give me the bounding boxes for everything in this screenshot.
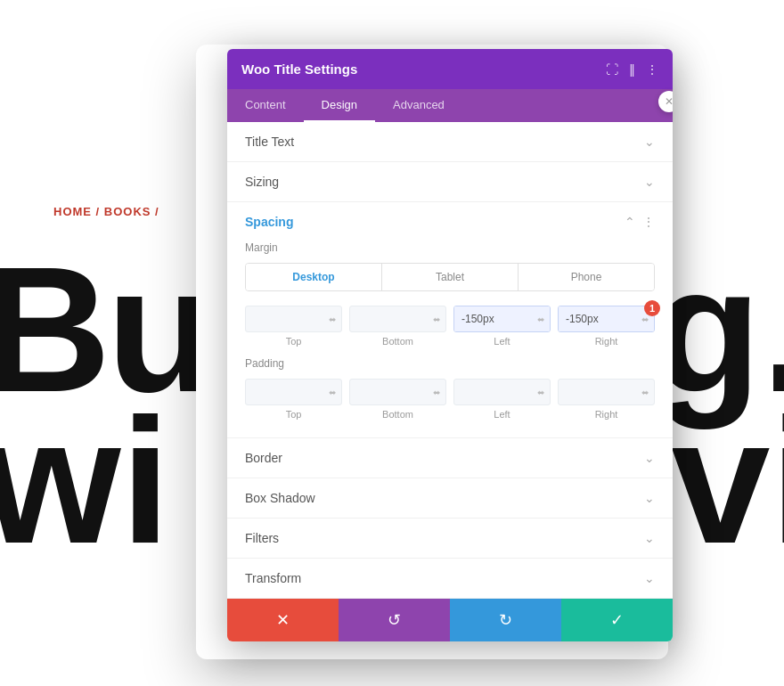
more-icon[interactable]: ⋮ [646, 62, 658, 77]
margin-right-label: Right [595, 336, 618, 347]
margin-label: Margin [245, 241, 655, 254]
spacing-header[interactable]: Spacing ⌃ ⋮ [227, 202, 673, 241]
padding-inputs: ⬌ Top ⬌ Bottom [245, 379, 655, 420]
spacing-content: Margin Desktop Tablet Phone ⬌ Top [227, 241, 673, 437]
margin-right-group: ⬌ 1 Right [558, 306, 655, 347]
spacing-label: Spacing [245, 215, 293, 229]
margin-left-wrapper: ⬌ [453, 306, 551, 332]
margin-bottom-link-icon: ⬌ [433, 314, 440, 324]
margin-right-link-icon: ⬌ [641, 314, 649, 324]
margin-bottom-label: Bottom [382, 336, 413, 347]
padding-right-label: Right [595, 409, 618, 420]
filters-label: Filters [245, 531, 279, 545]
settings-panel: Woo Title Settings ⛶ ‖ ⋮ Content Design … [227, 49, 673, 641]
section-spacing: Spacing ⌃ ⋮ Margin Desktop Tablet Phone [227, 202, 673, 438]
panel-tabs: Content Design Advanced [227, 89, 673, 122]
padding-top-input[interactable] [246, 380, 341, 404]
spacing-header-right: ⌃ ⋮ [625, 215, 655, 229]
padding-bottom-link-icon: ⬌ [433, 388, 440, 397]
transform-label: Transform [245, 571, 301, 585]
padding-right-wrapper: ⬌ [558, 379, 655, 405]
margin-inputs: ⬌ Top ⬌ Bottom [245, 306, 655, 347]
spacing-menu-icon[interactable]: ⋮ [642, 215, 655, 229]
panel-body: Title Text ⌄ Sizing ⌄ Spacing ⌃ ⋮ Margin [227, 122, 673, 599]
border-chevron: ⌄ [644, 451, 655, 465]
panel-header-icons: ⛶ ‖ ⋮ [606, 62, 658, 77]
margin-right-input[interactable] [559, 306, 654, 331]
title-text-chevron: ⌄ [644, 135, 655, 149]
margin-right-wrapper: ⬌ [558, 306, 655, 332]
box-shadow-label: Box Shadow [245, 491, 315, 505]
padding-top-wrapper: ⬌ [245, 379, 342, 405]
padding-top-label: Top [286, 409, 302, 420]
padding-left-link-icon: ⬌ [537, 388, 544, 397]
section-box-shadow[interactable]: Box Shadow ⌄ [227, 478, 673, 519]
margin-top-group: ⬌ Top [245, 306, 342, 347]
padding-left-group: ⬌ Left [453, 379, 551, 420]
margin-top-label: Top [286, 336, 302, 347]
transform-chevron: ⌄ [644, 571, 655, 585]
box-shadow-chevron: ⌄ [644, 491, 655, 505]
margin-top-input[interactable] [246, 306, 341, 331]
section-title-text[interactable]: Title Text ⌄ [227, 122, 673, 162]
panel-footer: ✕ ↺ ↻ ✓ [227, 599, 673, 641]
padding-left-input[interactable] [454, 380, 550, 404]
padding-right-group: ⬌ Right [558, 379, 655, 420]
padding-bottom-wrapper: ⬌ [349, 379, 446, 405]
panel-header: Woo Title Settings ⛶ ‖ ⋮ [227, 49, 673, 89]
margin-bottom-group: ⬌ Bottom [349, 306, 446, 347]
padding-left-label: Left [494, 409, 510, 420]
panel-title: Woo Title Settings [241, 61, 357, 77]
tab-design[interactable]: Design [304, 89, 375, 122]
margin-bottom-wrapper: ⬌ [349, 306, 446, 332]
device-tab-tablet[interactable]: Tablet [382, 264, 519, 290]
device-tab-desktop[interactable]: Desktop [246, 264, 382, 290]
sizing-label: Sizing [245, 175, 279, 189]
padding-bottom-input[interactable] [350, 380, 445, 404]
padding-left-wrapper: ⬌ [453, 379, 551, 405]
margin-left-group: ⬌ Left [453, 306, 551, 347]
margin-left-input[interactable] [454, 306, 550, 331]
sizing-chevron: ⌄ [644, 175, 655, 189]
padding-bottom-group: ⬌ Bottom [349, 379, 446, 420]
cancel-button[interactable]: ✕ [227, 599, 339, 641]
fullscreen-icon[interactable]: ⛶ [606, 62, 618, 77]
redo-button[interactable]: ↻ [450, 599, 561, 641]
section-filters[interactable]: Filters ⌄ [227, 519, 673, 559]
tab-advanced[interactable]: Advanced [375, 89, 462, 122]
padding-top-link-icon: ⬌ [329, 388, 336, 397]
padding-top-group: ⬌ Top [245, 379, 342, 420]
border-label: Border [245, 451, 282, 465]
breadcrumb: HOME / BOOKS / [53, 205, 159, 218]
device-tabs: Desktop Tablet Phone [245, 263, 655, 291]
padding-label: Padding [245, 357, 655, 370]
margin-top-wrapper: ⬌ [245, 306, 342, 332]
bg-text-left2: wi [0, 392, 170, 570]
margin-top-link-icon: ⬌ [329, 314, 336, 324]
section-transform[interactable]: Transform ⌄ [227, 559, 673, 599]
spacing-chevron-up: ⌃ [625, 215, 635, 229]
tab-content[interactable]: Content [227, 89, 304, 122]
bg-text-right2: vi [671, 392, 784, 570]
margin-left-label: Left [494, 336, 510, 347]
filters-chevron: ⌄ [644, 531, 655, 545]
margin-bottom-input[interactable] [350, 306, 445, 331]
padding-bottom-label: Bottom [382, 409, 413, 420]
section-sizing[interactable]: Sizing ⌄ [227, 162, 673, 202]
margin-left-link-icon: ⬌ [537, 314, 544, 324]
notification-badge: 1 [644, 300, 660, 316]
section-border[interactable]: Border ⌄ [227, 438, 673, 478]
padding-right-input[interactable] [559, 380, 654, 404]
device-tab-phone[interactable]: Phone [519, 264, 654, 290]
save-button[interactable]: ✓ [561, 599, 673, 641]
columns-icon[interactable]: ‖ [629, 62, 635, 77]
padding-right-link-icon: ⬌ [641, 388, 649, 397]
undo-button[interactable]: ↺ [339, 599, 450, 641]
title-text-label: Title Text [245, 135, 294, 149]
